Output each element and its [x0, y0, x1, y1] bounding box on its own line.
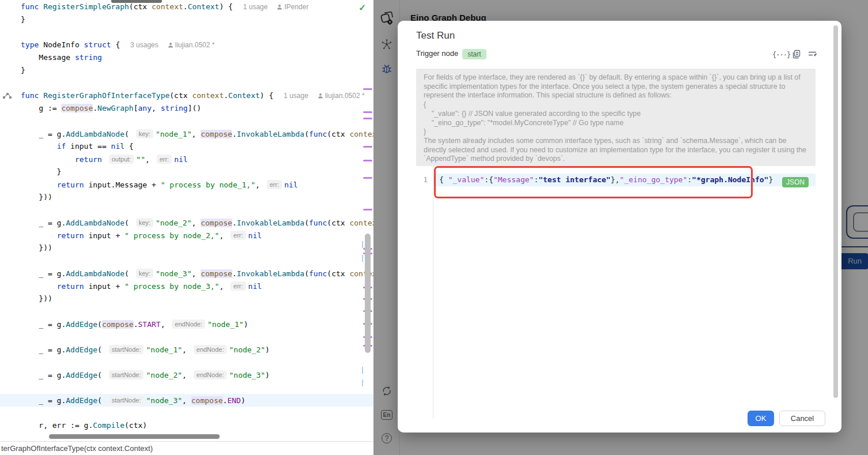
code-line[interactable]: return input.Message + " process by node…	[0, 178, 373, 191]
code-line[interactable]: _ = g.AddEdge( startNode:"node_1", endNo…	[0, 343, 373, 356]
code-line[interactable]: _ = g.AddLambdaNode( key:"node_3", compo…	[0, 267, 373, 280]
inlay-hint: key:	[136, 129, 153, 138]
code-token: (	[97, 371, 107, 379]
code-line[interactable]: func RegisterSimpleGraph(ctx context.Con…	[0, 1, 373, 13]
inlay-hint: key:	[136, 269, 153, 278]
code-line[interactable]: }	[0, 64, 373, 77]
code-line[interactable]: }	[0, 13, 373, 26]
code-line[interactable]: _ = g.AddEdge( startNode:"node_2", endNo…	[0, 368, 373, 381]
code-line[interactable]	[0, 407, 373, 419]
dialog-scrollbar[interactable]	[833, 25, 838, 398]
code-token: type	[21, 40, 43, 49]
vcs-author[interactable]: IPender	[277, 3, 308, 11]
code-token: _ = g.	[21, 345, 66, 354]
breadcrumb[interactable]: terGraphOfInterfaceType(ctx context.Cont…	[0, 441, 373, 455]
code-token: func	[309, 269, 327, 278]
stripe-blue-marker	[362, 241, 363, 248]
code-token: context	[192, 91, 224, 100]
code-token: Compile	[93, 421, 124, 430]
change-marker	[363, 146, 372, 148]
code-line[interactable]: _ = g.AddEdge(compose.START, endNode:"no…	[0, 318, 373, 330]
vcs-author[interactable]: liujian.0502 *	[168, 41, 215, 49]
code-token: AddEdge	[66, 396, 97, 405]
code-token: string	[161, 104, 188, 112]
code-token: ]()	[188, 104, 201, 112]
code-token: InvokableLambda	[237, 269, 304, 278]
code-token: any	[138, 104, 152, 112]
code-line[interactable]: g := compose.NewGraph[any, string]()	[0, 102, 373, 115]
code-line[interactable]: }))	[0, 242, 373, 254]
code-line[interactable]: return output:"", err:nil	[0, 153, 373, 166]
code-token: input +	[84, 231, 124, 240]
graph-gutter-icon[interactable]	[2, 92, 13, 100]
code-token: if	[57, 142, 66, 151]
code-line[interactable]: _ = g.AddLambdaNode( key:"node_2", compo…	[0, 216, 373, 229]
code-token: nil	[248, 231, 262, 240]
code-token: " process by node_2,"	[124, 231, 219, 240]
code-token: ) {	[260, 91, 278, 100]
code-token: ,	[219, 282, 228, 291]
code-editor: func RegisterSimpleGraph(ctx context.Con…	[0, 0, 373, 455]
code-token: .	[232, 130, 237, 138]
code-token: _ = g.	[21, 396, 66, 405]
code-token: nil	[111, 142, 124, 151]
usage-count[interactable]: 1 usage	[284, 92, 308, 100]
inlay-hint: err:	[267, 180, 282, 189]
trigger-node-row: Trigger nodestart	[416, 49, 486, 59]
code-line[interactable]: return input + " process by node_2,", er…	[0, 229, 373, 242]
ok-button[interactable]: OK	[748, 411, 774, 426]
code-line[interactable]	[0, 254, 373, 267]
code-line[interactable]	[0, 330, 373, 343]
trigger-node-label: Trigger node	[416, 49, 458, 58]
code-token: InvokableLambda	[237, 219, 304, 227]
code-line[interactable]	[0, 26, 373, 39]
code-line[interactable]: r, err := g.Compile(ctx)	[0, 419, 373, 432]
editor-vertical-scrollbar[interactable]	[365, 234, 371, 353]
code-token: )	[265, 371, 270, 379]
code-token: ,	[192, 269, 201, 278]
code-token: "node_3"	[146, 396, 182, 405]
vcs-author[interactable]: liujian.0502 *	[318, 92, 365, 100]
copy-icon[interactable]	[791, 50, 802, 60]
code-line[interactable]	[0, 305, 373, 318]
test-run-dialog: Test Run Trigger nodestart {···} For fie…	[398, 21, 841, 433]
code-line[interactable]: }	[0, 166, 373, 178]
code-line[interactable]: }))	[0, 191, 373, 204]
code-line[interactable]: if input == nil {	[0, 140, 373, 153]
code-line[interactable]	[0, 356, 373, 368]
inlay-hint: endNode:	[172, 319, 205, 329]
format-icon[interactable]	[807, 50, 818, 60]
cancel-button[interactable]: Cancel	[779, 411, 825, 426]
json-line-number: 1	[409, 174, 428, 186]
code-token: nil	[248, 282, 262, 291]
usage-count[interactable]: 1 usage	[243, 3, 268, 11]
braces-icon[interactable]: {···}	[772, 50, 784, 60]
inlay-hint: key:	[136, 218, 153, 227]
usage-count[interactable]: 3 usages	[130, 41, 158, 49]
change-marker	[363, 118, 372, 119]
code-token: {	[124, 142, 134, 151]
code-line[interactable]	[0, 77, 373, 89]
code-token: AddEdge	[66, 345, 97, 354]
code-token: func	[309, 219, 327, 227]
json-token: }	[768, 175, 773, 184]
code-line[interactable]: _ = g.AddEdge( startNode:"node_3", compo…	[0, 394, 373, 407]
code-token: (ctx	[327, 219, 349, 227]
code-line[interactable]: return input + " process by node_3,", er…	[0, 280, 373, 292]
code-line[interactable]: func RegisterGraphOfInterfaceType(ctx co…	[0, 89, 373, 102]
editor-horizontal-scrollbar[interactable]	[49, 434, 220, 439]
code-line[interactable]: type NodeInfo struct { 3 usagesliujian.0…	[0, 39, 373, 51]
code-line[interactable]	[0, 381, 373, 394]
inlay-hint: startNode:	[109, 370, 144, 379]
code-line[interactable]: _ = g.AddLambdaNode( key:"node_1", compo…	[0, 127, 373, 140]
code-line[interactable]	[0, 115, 373, 127]
editor-horizontal-scrollbar-track[interactable]	[0, 432, 373, 441]
code-line[interactable]: }))	[0, 292, 373, 305]
code-token: compose	[191, 396, 223, 405]
code-token: ,	[152, 104, 161, 112]
code-token: "node_1"	[146, 345, 182, 354]
code-token: struct	[84, 40, 111, 49]
code-line[interactable]: Message string	[0, 51, 373, 64]
code-token: r, err := g.	[21, 421, 93, 430]
code-line[interactable]	[0, 204, 373, 216]
